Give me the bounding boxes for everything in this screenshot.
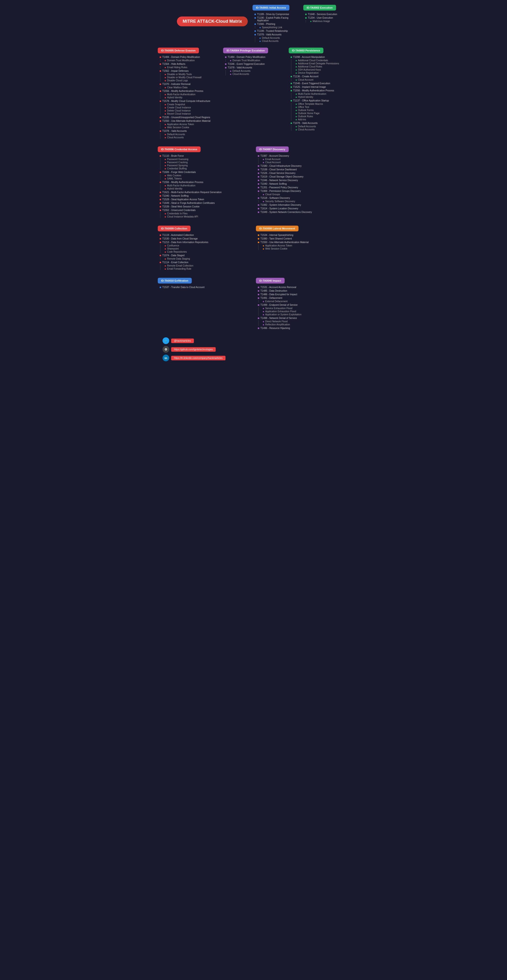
child-marker <box>260 27 261 28</box>
tree-main-item: T1499 - Endpoint Denial of Service <box>257 303 349 306</box>
child-marker <box>165 251 166 253</box>
tree-main-item: T1526 - Cloud Service Discovery <box>257 172 349 174</box>
child-marker <box>165 188 166 189</box>
item-marker <box>225 67 226 68</box>
child-marker <box>296 97 297 98</box>
tree-main-item: T1552 - Unsecured Credentials <box>159 208 251 212</box>
tactic-exfiltration: ID:TA0010 Exfiltration <box>158 278 192 283</box>
item-text: T1078 - Valid Accounts <box>293 122 318 124</box>
tree-main-item: T1201 - Password Policy Discovery <box>257 186 349 189</box>
child-marker <box>310 21 311 22</box>
tree-child-item: Create Snapshot <box>165 103 218 106</box>
tree-main-item: T1119 - Automated Collection <box>159 234 251 236</box>
item-marker <box>225 56 226 58</box>
tree-child-item: Email Account <box>263 158 349 161</box>
item-marker <box>258 290 259 292</box>
item-text: T1546 - Event Triggered Execution <box>293 82 330 85</box>
child-marker <box>165 175 166 177</box>
item-marker <box>290 86 292 88</box>
child-text: Spearphishing Link <box>262 26 282 29</box>
item-marker <box>159 262 161 263</box>
item-text: T1078 - Valid Accounts <box>257 33 282 36</box>
item-text: T1040 - Network Sniffing <box>162 194 189 197</box>
tree-main-item: T1528 - Steal Application Access Token <box>159 198 251 201</box>
item-text: T1499 - Endpoint Denial of Service <box>260 304 298 306</box>
twitter-item: 🐦 @hackinarticles <box>163 337 349 344</box>
child-container: Email Hiding Rules <box>160 66 218 68</box>
tree-child-item: Email Forwarding Rule <box>165 267 251 270</box>
child-marker <box>165 107 166 108</box>
credential-access-col: ID:TA0006 Credential Access T1110 - Brut… <box>158 146 251 218</box>
github-icon: ⚙ <box>163 346 169 353</box>
child-marker <box>165 162 166 163</box>
item-text: T1537 - Transfer Data to Cloud Account <box>162 286 204 288</box>
child-marker <box>296 107 297 108</box>
item-text: T1531 - Account Access Removal <box>260 286 297 288</box>
initial-access-tree: T1189 - Drive-by CompromiseT1190 - Explo… <box>252 13 298 42</box>
child-marker <box>165 165 166 166</box>
item-text: T1578 - Modify Cloud Compute Infrastruct… <box>162 100 210 102</box>
child-container: Password GuessingPassword CrackingPasswo… <box>160 158 251 170</box>
tree-child-item: Password Spraying <box>165 164 251 167</box>
child-text: Office Test <box>298 106 309 108</box>
child-text: Disable or Modify Tools <box>167 73 192 76</box>
item-text: T1535 - Unused/Unsupported Cloud Regions <box>162 116 210 119</box>
item-marker <box>255 34 256 35</box>
tree-child-item: Disable or Modify Tools <box>165 73 218 76</box>
child-container: Additional Cloud CredentialsAdditional E… <box>291 59 349 74</box>
child-text: Revert Cloud Instance <box>167 113 191 115</box>
child-container: Multi-Factor AuthenticationHybrid Identi… <box>291 92 349 98</box>
item-text: T1550 - Use Alternate Authentication Mat… <box>260 241 309 243</box>
child-marker <box>296 129 297 130</box>
tree-child-item: Application Access Token <box>263 244 349 247</box>
child-marker <box>165 94 166 95</box>
item-marker <box>159 199 161 200</box>
item-marker <box>290 56 292 58</box>
child-text: Additional Cloud Roles <box>298 65 322 68</box>
tree-child-item: Reflection Amplification <box>263 323 349 326</box>
child-text: Credentials In Files <box>167 212 188 215</box>
child-container: Multi-Factor AuthenticationHybrid Identi… <box>160 184 251 190</box>
item-text: T1040 - Network Sniffing <box>260 183 287 185</box>
tree-main-item: T1080 - Taint Shared Content <box>257 237 349 240</box>
item-text: T1496 - Resource Hijacking <box>260 327 290 329</box>
tactic-defense-evasion: ID:TA0005 Defense Evasion <box>158 48 199 53</box>
item-marker <box>258 172 259 174</box>
linkedin-link[interactable]: https://ln.linkedin.com/company/hackinar… <box>171 356 225 360</box>
item-marker <box>159 210 161 211</box>
item-text: T1556 - Modify Authentication Process <box>293 89 334 92</box>
child-marker <box>260 38 261 39</box>
child-text: Office Template Macros <box>298 103 323 105</box>
item-text: T1498 - Network Denial of Service <box>260 317 297 320</box>
tree-main-item: T1649 - Steal or Forge Authentication Ce… <box>159 202 251 204</box>
github-link[interactable]: https://github.com/Ignitetechnologies <box>171 347 216 352</box>
child-container: Clear Mailbox Data <box>160 86 218 89</box>
child-container: Credentials In FilesCloud Instance Metad… <box>160 212 251 218</box>
tree-child-item: Malicious Image <box>310 20 349 22</box>
child-text: Default Accounts <box>167 133 185 136</box>
child-container: Domain Trust Modification <box>225 59 284 62</box>
item-marker <box>258 238 259 240</box>
item-marker <box>159 181 161 183</box>
tree-main-item: T1136 - Create Account <box>290 75 349 78</box>
child-text: Application Access Token <box>167 123 194 126</box>
row2: ID:TA0005 Defense Evasion T1484 - Domain… <box>158 48 349 139</box>
child-marker <box>296 113 297 114</box>
child-text: Create Cloud Instance <box>167 106 191 109</box>
child-text: Sharepoint <box>167 247 179 250</box>
item-text: T1530 - Data from Cloud Storage <box>162 237 198 240</box>
tree-main-item: T1110 - Brute Force <box>159 154 251 157</box>
tree-child-item: Default Accounts <box>260 37 298 39</box>
tree-main-item: T1078 - Valid Accounts <box>159 129 218 132</box>
twitter-link[interactable]: @hackinarticles <box>171 339 194 343</box>
item-text: T1074 - Data Staged <box>162 254 185 257</box>
tree-child-item: Office Test <box>296 106 349 108</box>
child-text: Add-ins <box>298 118 306 121</box>
tree-child-item: Domain Trust Modification <box>165 59 218 62</box>
child-marker <box>165 67 166 68</box>
item-text: T1562 - Impair Defenses <box>162 70 189 72</box>
child-container: Email AccountCloud Account <box>258 158 349 164</box>
item-text: T1078 - Valid Accounts <box>162 130 187 132</box>
child-marker <box>263 245 264 247</box>
defense-evasion-tree: T1484 - Domain Policy ModificationDomain… <box>158 56 218 139</box>
